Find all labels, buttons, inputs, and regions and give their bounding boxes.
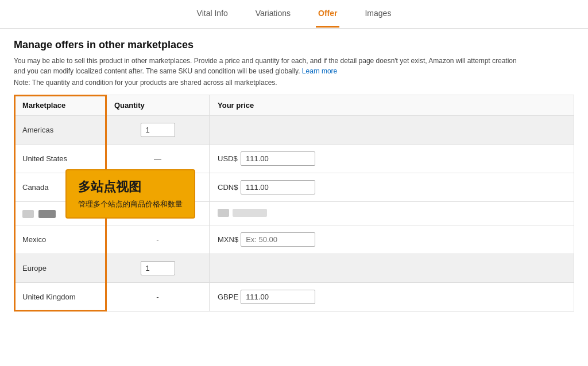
quantity-dash-uk: -: [156, 293, 158, 301]
currency-label-us: USD$: [218, 154, 238, 163]
page-title: Manage offers in other marketplaces: [14, 39, 574, 51]
quantity-dash-us: —: [154, 154, 161, 163]
marketplace-cell-americas: Americas: [14, 116, 106, 145]
page-note: Note: The quantity and condition for you…: [14, 79, 574, 87]
marketplace-label-americas: Americas: [22, 126, 53, 134]
marketplace-label-mexico: Mexico: [22, 235, 46, 244]
marketplace-cell-europe: Europe: [14, 254, 106, 282]
price-input-canada[interactable]: [241, 180, 315, 194]
price-cell-americas: [210, 116, 574, 145]
col-header-marketplace: Marketplace: [14, 95, 106, 116]
price-input-us[interactable]: [241, 151, 315, 166]
table-row: Mexico - MXN$: [14, 225, 574, 254]
col-header-price: Your price: [210, 95, 574, 116]
page-description: You may be able to sell this product in …: [14, 56, 574, 76]
callout-title: 多站点视图: [78, 178, 183, 196]
marketplace-cell-mexico: Mexico: [14, 225, 106, 254]
flag-icon-obscured-1: [22, 210, 34, 218]
price-cell-obscured: [210, 202, 574, 224]
quantity-dash-mexico: -: [156, 235, 158, 244]
quantity-cell-uk: -: [106, 282, 210, 311]
table-row: United Kingdom - GBPE: [14, 282, 574, 311]
price-cell-uk: GBPE: [210, 283, 574, 311]
price-cell-us: USD$: [210, 145, 574, 173]
col-header-quantity: Quantity: [106, 95, 210, 116]
table-wrapper: 多站点视图 管理多个站点的商品价格和数量 Marketplace Quantit…: [14, 95, 574, 312]
price-cell-europe: [210, 254, 574, 282]
callout-subtitle: 管理多个站点的商品价格和数量: [78, 199, 183, 209]
table-header: Marketplace Quantity Your price: [14, 95, 574, 116]
marketplace-label-canada: Canada: [22, 183, 49, 192]
table-row: Americas: [14, 116, 574, 145]
quantity-input-europe[interactable]: [141, 261, 175, 275]
callout-container: 多站点视图 管理多个站点的商品价格和数量: [65, 169, 195, 219]
table-row: Europe: [14, 254, 574, 282]
quantity-cell-us: —: [106, 145, 210, 173]
marketplace-label-uk: United Kingdom: [22, 293, 76, 301]
tab-variations[interactable]: Variations: [253, 1, 293, 28]
description-text-2: and you can modify localized content aft…: [14, 67, 300, 75]
quantity-cell-europe[interactable]: [106, 254, 210, 282]
marketplace-cell-us: United States: [14, 145, 106, 173]
price-cell-mexico: MXN$: [210, 225, 574, 254]
page-content: Manage offers in other marketplaces You …: [0, 29, 588, 312]
marketplace-label-us: United States: [22, 154, 67, 163]
marketplace-label-europe: Europe: [22, 264, 47, 272]
marketplace-cell-uk: United Kingdom: [14, 282, 106, 311]
price-obscured: [233, 209, 267, 217]
currency-obscured: [218, 209, 229, 217]
callout-box: 多站点视图 管理多个站点的商品价格和数量: [65, 169, 195, 219]
price-input-mexico[interactable]: [241, 232, 315, 247]
flag-icon-obscured-2: [38, 210, 56, 218]
quantity-cell-mexico: -: [106, 225, 210, 254]
price-input-uk[interactable]: [241, 290, 315, 304]
tab-offer[interactable]: Offer: [316, 1, 339, 28]
quantity-input-americas[interactable]: [141, 123, 175, 137]
tab-images[interactable]: Images: [362, 1, 393, 28]
learn-more-link[interactable]: Learn more: [302, 67, 337, 75]
currency-label-canada: CDN$: [218, 183, 238, 192]
top-nav: Vital Info Variations Offer Images: [0, 0, 588, 29]
table-row: United States — USD$: [14, 145, 574, 173]
currency-label-uk: GBPE: [218, 293, 238, 301]
tab-vital-info[interactable]: Vital Info: [195, 1, 230, 28]
price-cell-canada: CDN$: [210, 173, 574, 201]
description-text-1: You may be able to sell this product in …: [14, 57, 517, 65]
quantity-cell-americas[interactable]: [106, 116, 210, 145]
currency-label-mexico: MXN$: [218, 235, 238, 244]
